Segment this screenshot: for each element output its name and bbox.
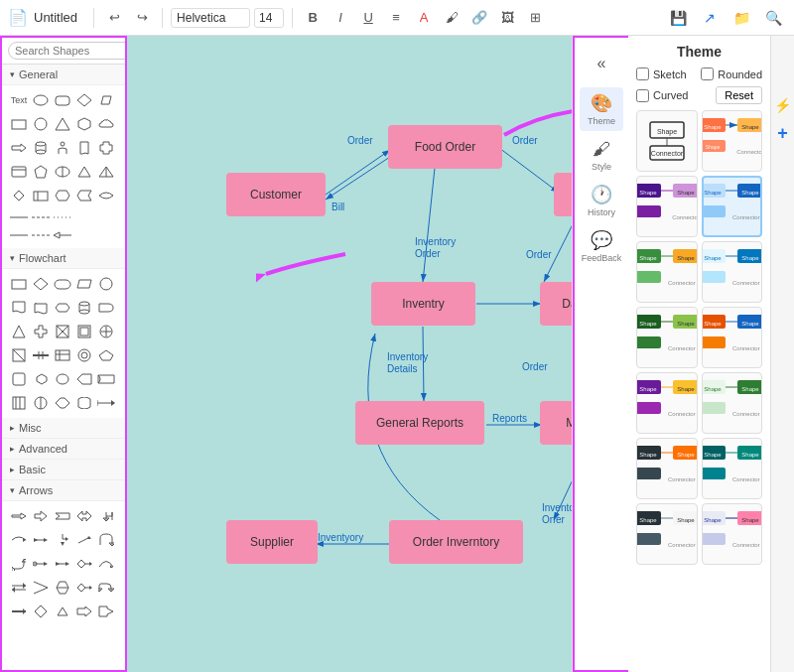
shape-g53[interactable] <box>54 188 71 203</box>
arrow-b1[interactable] <box>10 532 28 548</box>
shape-g51[interactable] <box>10 188 28 203</box>
diamond-shape[interactable] <box>75 92 93 108</box>
arrow-c5[interactable] <box>97 556 115 572</box>
fc-r2[interactable] <box>32 371 50 387</box>
sketch-checkbox[interactable] <box>636 67 649 80</box>
save-button[interactable]: 💾 <box>665 5 691 31</box>
arrow-e1[interactable] <box>10 604 28 619</box>
arrow-a2[interactable] <box>32 508 50 524</box>
node-customer[interactable]: Customer <box>226 173 326 216</box>
fc-prep[interactable] <box>54 300 71 316</box>
theme-card-12[interactable]: ShapeShapeConnector <box>702 438 763 499</box>
circle-shape[interactable] <box>32 116 50 132</box>
line3[interactable] <box>54 209 71 225</box>
shape-g41[interactable] <box>10 164 28 180</box>
fc-q5[interactable] <box>97 395 115 411</box>
shape-g42[interactable] <box>32 164 50 180</box>
line1[interactable] <box>10 209 28 225</box>
cross-shape[interactable] <box>97 140 115 156</box>
cylinder-shape[interactable] <box>32 140 50 156</box>
theme-card-1[interactable]: ShapeConnector <box>636 110 698 172</box>
fc-multidoc[interactable] <box>32 300 50 316</box>
arrow-a5[interactable] <box>97 508 115 524</box>
curved-checkbox[interactable] <box>636 89 649 102</box>
arrow-d4[interactable] <box>75 580 93 596</box>
theme-card-4[interactable]: ShapeShapeConnector <box>702 176 763 237</box>
node-general-reports[interactable]: General Reports <box>355 401 484 445</box>
text-color-button[interactable]: A <box>412 6 436 30</box>
node-food-order[interactable]: Food Order <box>388 125 502 169</box>
side-history-button[interactable]: 🕐 History <box>580 179 623 222</box>
shape-g55[interactable] <box>97 188 115 203</box>
paint-button[interactable]: 🖌 <box>440 6 463 30</box>
link-button[interactable]: 🔗 <box>467 6 491 30</box>
fc-decision[interactable] <box>32 276 50 292</box>
hexagon-shape[interactable] <box>75 116 93 132</box>
share-button[interactable]: ↗ <box>697 5 723 31</box>
canvas[interactable]: Food Order Customer Kitchen Inventry Dat… <box>127 36 572 672</box>
fc-q4[interactable] <box>75 395 93 411</box>
fc-plus[interactable] <box>32 324 50 339</box>
node-kitchen[interactable]: Kitchen <box>554 173 572 216</box>
node-order-inventory[interactable]: Order Inverntory <box>389 520 523 564</box>
arrow-b4[interactable] <box>75 532 93 548</box>
shape-g43[interactable] <box>54 164 71 180</box>
search-button[interactable]: 🔍 <box>760 5 786 31</box>
ellipse-shape[interactable] <box>32 92 50 108</box>
arrow-e4[interactable] <box>75 604 93 619</box>
collapse-button[interactable]: « <box>580 42 623 85</box>
theme-card-2[interactable]: ShapeShapeShapeConnector <box>702 110 763 172</box>
fc-r5[interactable] <box>97 371 115 387</box>
fc-r1[interactable] <box>10 371 28 387</box>
fc-q3[interactable] <box>54 395 71 411</box>
font-selector[interactable] <box>171 8 250 28</box>
reset-button[interactable]: Reset <box>716 86 762 104</box>
fc-s4[interactable] <box>75 347 93 363</box>
fc-box2[interactable] <box>75 324 93 339</box>
fc-s5[interactable] <box>97 347 115 363</box>
plugin-button[interactable]: ⚡ <box>773 95 793 115</box>
folder-button[interactable]: 📁 <box>728 5 754 31</box>
theme-card-5[interactable]: ShapeShapeConnector <box>636 241 698 303</box>
underline-button[interactable]: U <box>356 6 380 30</box>
shape-g44[interactable] <box>75 164 93 180</box>
triangle-shape[interactable] <box>54 116 71 132</box>
theme-card-3[interactable]: ShapeShapeConnector <box>636 176 698 237</box>
arrow-line3[interactable] <box>54 227 71 243</box>
shape-g54[interactable] <box>75 188 93 203</box>
fc-delay[interactable] <box>97 300 115 316</box>
fc-s2[interactable] <box>32 347 50 363</box>
theme-card-7[interactable]: ShapeShapeConnector <box>636 307 698 368</box>
fc-s3[interactable] <box>54 347 71 363</box>
italic-button[interactable]: I <box>329 6 352 30</box>
fc-terminal[interactable] <box>54 276 71 292</box>
line2[interactable] <box>32 209 50 225</box>
arrow-d5[interactable] <box>97 580 115 596</box>
arrow-b2[interactable] <box>32 532 50 548</box>
arrow-b5[interactable] <box>97 532 115 548</box>
arrow-line2[interactable] <box>32 227 50 243</box>
side-feedback-button[interactable]: 💬 FeedBack <box>580 224 623 268</box>
side-theme-button[interactable]: 🎨 Theme <box>580 87 623 131</box>
theme-card-13[interactable]: ShapeShapeConnector <box>636 503 698 565</box>
theme-card-14[interactable]: ShapeShapeConnector <box>702 503 763 565</box>
section-misc[interactable]: ▸ Misc <box>2 418 125 439</box>
image-button[interactable]: 🖼 <box>495 6 519 30</box>
theme-card-10[interactable]: ShapeShapeConnector <box>702 372 763 434</box>
fc-circle-x[interactable] <box>97 324 115 339</box>
arrow-d2[interactable] <box>32 580 50 596</box>
theme-card-9[interactable]: ShapeShapeConnector <box>636 372 698 434</box>
fc-s1[interactable] <box>10 347 28 363</box>
arrow-a1[interactable] <box>10 508 28 524</box>
fc-r4[interactable] <box>75 371 93 387</box>
shape-g45[interactable] <box>97 164 115 180</box>
font-size-input[interactable] <box>254 8 284 28</box>
theme-card-6[interactable]: ShapeShapeConnector <box>702 241 763 303</box>
bold-button[interactable]: B <box>301 6 325 30</box>
arrow-b3[interactable] <box>54 532 71 548</box>
theme-card-11[interactable]: ShapeShapeConnector <box>636 438 698 499</box>
node-data-store[interactable]: Data Store <box>540 282 572 326</box>
fc-doc[interactable] <box>10 300 28 316</box>
fc-r3[interactable] <box>54 371 71 387</box>
arrow-c2[interactable] <box>32 556 50 572</box>
